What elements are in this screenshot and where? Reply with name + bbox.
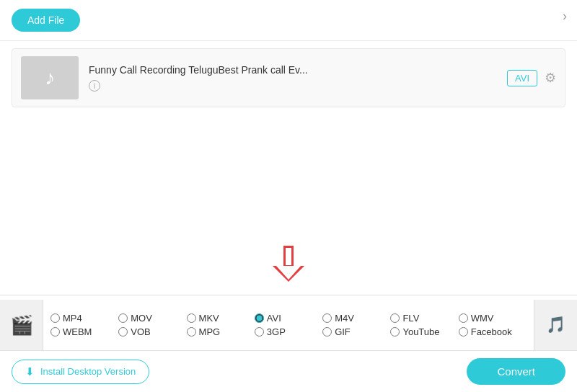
install-desktop-button[interactable]: ⬇ Install Desktop Version: [12, 360, 149, 384]
action-bar: ⬇ Install Desktop Version Convert: [0, 351, 577, 392]
install-label: Install Desktop Version: [40, 366, 136, 377]
music-icon: ♪: [45, 66, 55, 89]
file-name: Funny Call Recording TeluguBest Prank ca…: [89, 64, 507, 76]
add-file-button[interactable]: Add File: [12, 9, 80, 32]
format-option-m4v[interactable]: M4V: [322, 313, 390, 324]
format-option-mpg[interactable]: MPG: [187, 326, 255, 337]
film-icon: 🎬: [10, 314, 33, 337]
main-content: [0, 115, 577, 295]
download-icon: ⬇: [25, 365, 35, 378]
format-grid: MP4MOVMKVAVIM4VFLVWMVWEBMVOBMPG3GPGIFYou…: [43, 308, 534, 342]
file-thumbnail: ♪: [21, 56, 79, 99]
format-option-wmv[interactable]: WMV: [459, 313, 527, 324]
info-icon[interactable]: i: [89, 80, 100, 92]
file-info: Funny Call Recording TeluguBest Prank ca…: [89, 64, 507, 92]
video-format-icon[interactable]: 🎬: [0, 300, 43, 350]
convert-button[interactable]: Convert: [467, 358, 565, 385]
format-badge[interactable]: AVI: [507, 70, 537, 86]
file-list: ♪ Funny Call Recording TeluguBest Prank …: [0, 41, 577, 115]
file-actions: AVI ⚙: [507, 70, 556, 86]
format-option-youtube[interactable]: YouTube: [390, 326, 458, 337]
audio-icon: 🎵: [546, 316, 565, 334]
format-bar: 🎬 MP4MOVMKVAVIM4VFLVWMVWEBMVOBMPG3GPGIFY…: [0, 295, 577, 351]
svg-rect-2: [286, 248, 291, 265]
format-option-mp4[interactable]: MP4: [50, 313, 118, 324]
format-option-avi[interactable]: AVI: [255, 313, 322, 324]
format-option-facebook[interactable]: Facebook: [459, 326, 527, 337]
audio-format-icon[interactable]: 🎵: [534, 300, 577, 350]
settings-icon[interactable]: ⚙: [545, 70, 556, 86]
format-option-mov[interactable]: MOV: [118, 313, 186, 324]
format-options-row: 🎬 MP4MOVMKVAVIM4VFLVWMVWEBMVOBMPG3GPGIFY…: [0, 295, 577, 351]
format-option-3gp[interactable]: 3GP: [255, 326, 322, 337]
down-arrow-icon: [273, 246, 304, 282]
format-option-vob[interactable]: VOB: [118, 326, 186, 337]
arrow-container: [0, 246, 577, 289]
format-option-mkv[interactable]: MKV: [187, 313, 255, 324]
format-option-webm[interactable]: WEBM: [50, 326, 118, 337]
close-button[interactable]: ›: [563, 9, 567, 24]
format-option-flv[interactable]: FLV: [390, 313, 458, 324]
top-bar: Add File ›: [0, 0, 577, 41]
file-item: ♪ Funny Call Recording TeluguBest Prank …: [12, 48, 565, 107]
format-option-gif[interactable]: GIF: [322, 326, 390, 337]
